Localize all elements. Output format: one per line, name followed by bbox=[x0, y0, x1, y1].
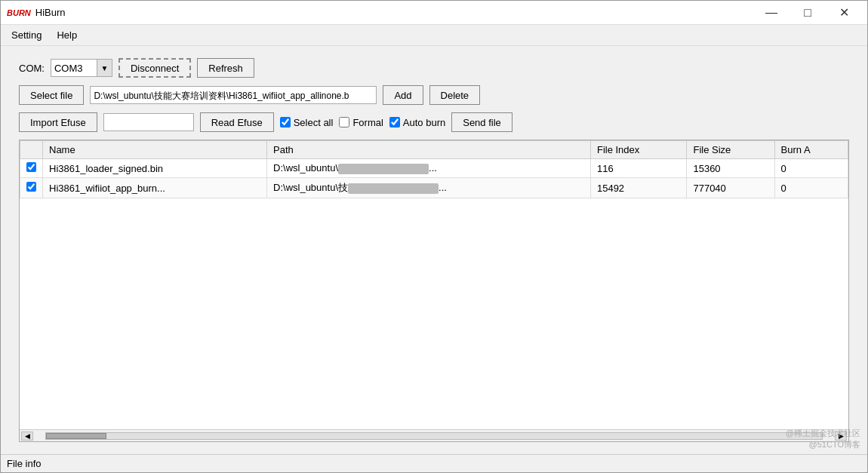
row-check-cell[interactable] bbox=[20, 159, 43, 178]
efuse-row: Import Efuse ▼ Read Efuse Select all For… bbox=[19, 112, 849, 132]
col-check bbox=[20, 141, 43, 159]
read-efuse-button[interactable]: Read Efuse bbox=[200, 112, 274, 132]
minimize-button[interactable]: — bbox=[754, 2, 789, 23]
row-checkbox[interactable] bbox=[26, 162, 36, 172]
delete-button[interactable]: Delete bbox=[429, 85, 481, 105]
main-content: COM: ▼ Disconnect Refresh Select file D:… bbox=[1, 46, 867, 454]
select-all-label[interactable]: Select all bbox=[280, 117, 334, 128]
scroll-thumb[interactable] bbox=[46, 433, 106, 439]
col-file-size: File Size bbox=[687, 141, 774, 159]
table-scroll-area[interactable]: Name Path File Index File Size Burn A Hi… bbox=[20, 140, 848, 429]
select-file-button[interactable]: Select file bbox=[19, 85, 84, 105]
file-row: Select file D:\wsl_ubuntu\技能大赛培训资料\Hi386… bbox=[19, 85, 849, 105]
com-label: COM: bbox=[19, 63, 45, 74]
auto-burn-label[interactable]: Auto burn bbox=[389, 117, 445, 128]
formal-label[interactable]: Formal bbox=[339, 117, 383, 128]
efuse-select[interactable]: ▼ bbox=[103, 113, 194, 131]
app-title: HiBurn bbox=[35, 7, 754, 18]
disconnect-button[interactable]: Disconnect bbox=[119, 58, 191, 78]
col-burn-a: Burn A bbox=[774, 141, 848, 159]
row-burn-a: 0 bbox=[774, 178, 848, 198]
table-row: Hi3861_loader_signed.binD:\wsl_ubuntu\..… bbox=[20, 159, 848, 178]
horizontal-scrollbar[interactable]: ◀ ▶ bbox=[20, 429, 848, 441]
row-path: D:\wsl_ubuntu\技... bbox=[267, 178, 591, 198]
file-table-container: Name Path File Index File Size Burn A Hi… bbox=[19, 140, 849, 442]
com-row: COM: ▼ Disconnect Refresh bbox=[19, 58, 849, 78]
import-efuse-button[interactable]: Import Efuse bbox=[19, 112, 97, 132]
table-header-row: Name Path File Index File Size Burn A bbox=[20, 141, 848, 159]
col-path: Path bbox=[267, 141, 591, 159]
refresh-button[interactable]: Refresh bbox=[197, 58, 254, 78]
com-dropdown-arrow[interactable]: ▼ bbox=[97, 60, 112, 76]
close-button[interactable]: ✕ bbox=[826, 2, 861, 23]
maximize-button[interactable]: □ bbox=[790, 2, 825, 23]
menu-bar: Setting Help bbox=[1, 25, 867, 46]
com-select[interactable]: ▼ bbox=[51, 59, 112, 77]
row-file-index: 116 bbox=[590, 159, 687, 178]
table-row: Hi3861_wifiiot_app_burn...D:\wsl_ubuntu\… bbox=[20, 178, 848, 198]
app-logo: BURN bbox=[7, 8, 31, 17]
row-file-index: 15492 bbox=[590, 178, 687, 198]
menu-help[interactable]: Help bbox=[49, 26, 85, 44]
auto-burn-text: Auto burn bbox=[403, 117, 445, 128]
com-input[interactable] bbox=[51, 60, 97, 76]
row-check-cell[interactable] bbox=[20, 178, 43, 198]
status-bar: File info bbox=[1, 454, 867, 472]
table-body: Hi3861_loader_signed.binD:\wsl_ubuntu\..… bbox=[20, 159, 848, 198]
window-controls: — □ ✕ bbox=[754, 2, 861, 23]
row-name: Hi3861_wifiiot_app_burn... bbox=[43, 178, 267, 198]
add-button[interactable]: Add bbox=[383, 85, 423, 105]
col-file-index: File Index bbox=[590, 141, 687, 159]
row-checkbox[interactable] bbox=[26, 182, 36, 192]
row-burn-a: 0 bbox=[774, 159, 848, 178]
row-name: Hi3861_loader_signed.bin bbox=[43, 159, 267, 178]
col-name: Name bbox=[43, 141, 267, 159]
row-file-size: 15360 bbox=[687, 159, 774, 178]
file-info-label: File info bbox=[7, 458, 42, 469]
menu-setting[interactable]: Setting bbox=[4, 26, 49, 44]
title-bar: BURN HiBurn — □ ✕ bbox=[1, 1, 867, 25]
row-file-size: 777040 bbox=[687, 178, 774, 198]
file-path-display: D:\wsl_ubuntu\技能大赛培训资料\Hi3861_wifiiot_ap… bbox=[90, 86, 377, 104]
main-window: BURN HiBurn — □ ✕ Setting Help COM: ▼ Di… bbox=[0, 0, 868, 473]
select-all-checkbox[interactable] bbox=[280, 117, 291, 127]
formal-checkbox[interactable] bbox=[339, 117, 349, 127]
file-table: Name Path File Index File Size Burn A Hi… bbox=[20, 140, 848, 198]
scroll-track[interactable] bbox=[45, 432, 823, 440]
send-file-button[interactable]: Send file bbox=[451, 112, 512, 132]
row-path: D:\wsl_ubuntu\... bbox=[267, 159, 591, 178]
auto-burn-checkbox[interactable] bbox=[389, 117, 400, 127]
scroll-right-arrow[interactable]: ▶ bbox=[835, 432, 847, 441]
formal-text: Formal bbox=[352, 117, 383, 128]
select-all-text: Select all bbox=[294, 117, 334, 128]
scroll-left-arrow[interactable]: ◀ bbox=[21, 432, 33, 441]
